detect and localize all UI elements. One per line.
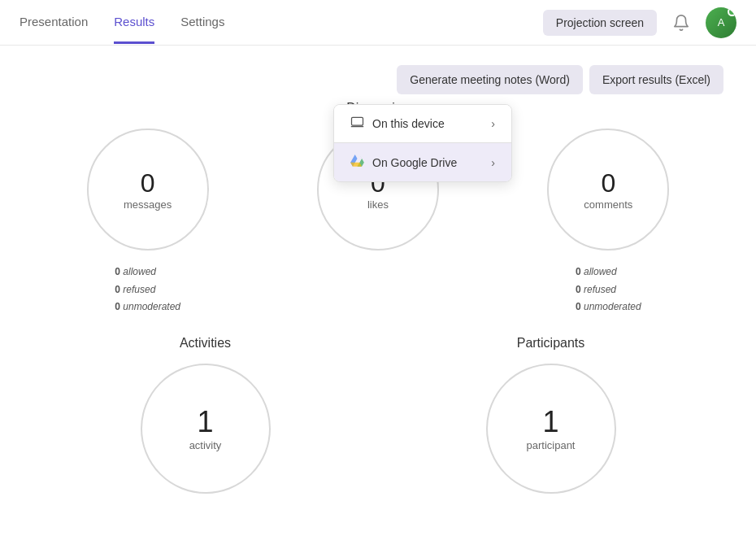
- export-results-button[interactable]: Export results (Excel): [589, 65, 723, 94]
- messages-label: messages: [124, 198, 172, 211]
- online-status-dot: [728, 7, 736, 16]
- main-content: Generate meeting notes (Word) Export res…: [0, 46, 756, 513]
- likes-label: likes: [367, 198, 389, 211]
- nav-right: Projection screen A: [543, 7, 736, 38]
- activities-circle: 1 activity: [141, 364, 271, 494]
- avatar[interactable]: A: [706, 7, 736, 38]
- chevron-right-icon: ›: [491, 117, 495, 130]
- activities-count: 1: [197, 405, 213, 439]
- nav-tabs: Presentation Results Settings: [20, 2, 543, 44]
- comments-details: 0 allowed 0 refused 0 unmoderated: [576, 264, 641, 316]
- notification-bell-icon[interactable]: [670, 11, 693, 34]
- tab-presentation[interactable]: Presentation: [20, 2, 88, 44]
- laptop-icon: [350, 116, 364, 131]
- svg-rect-0: [352, 117, 363, 125]
- save-on-gdrive-option[interactable]: On Google Drive ›: [334, 143, 511, 181]
- participants-circle: 1 participant: [486, 364, 616, 494]
- comments-stat-block: 0 comments 0 allowed 0 refused 0 unmoder…: [527, 129, 689, 316]
- participants-section: Participants 1 participant: [437, 336, 665, 494]
- projection-screen-button[interactable]: Projection screen: [543, 10, 657, 36]
- bottom-sections: Activities 1 activity Participants 1 par…: [33, 336, 723, 494]
- participants-title: Participants: [517, 336, 585, 351]
- comments-label: comments: [584, 198, 632, 211]
- tab-results[interactable]: Results: [114, 2, 154, 44]
- comments-count: 0: [601, 168, 615, 198]
- messages-circle: 0 messages: [87, 129, 209, 251]
- chevron-right-gdrive-icon: ›: [491, 156, 495, 169]
- participants-label: participant: [527, 439, 576, 451]
- toolbar-row: Generate meeting notes (Word) Export res…: [33, 65, 723, 94]
- top-navigation: Presentation Results Settings Projection…: [0, 0, 756, 46]
- participants-count: 1: [542, 405, 558, 439]
- google-drive-icon: [350, 155, 364, 170]
- save-on-gdrive-label: On Google Drive: [372, 156, 457, 169]
- messages-stat-block: 0 messages 0 allowed 0 refused 0 unmoder…: [67, 129, 229, 316]
- activities-section: Activities 1 activity: [92, 336, 319, 494]
- tab-settings[interactable]: Settings: [180, 2, 224, 44]
- activities-label: activity: [189, 439, 222, 451]
- generate-meeting-notes-button[interactable]: Generate meeting notes (Word): [397, 65, 583, 94]
- messages-details: 0 allowed 0 refused 0 unmoderated: [115, 264, 180, 316]
- save-on-device-label: On this device: [372, 117, 445, 130]
- comments-circle: 0 comments: [547, 129, 669, 251]
- messages-count: 0: [141, 168, 155, 198]
- save-on-device-option[interactable]: On this device ›: [334, 105, 511, 142]
- save-dropdown-menu: On this device › On Google Drive ›: [333, 104, 512, 182]
- activities-title: Activities: [180, 336, 231, 351]
